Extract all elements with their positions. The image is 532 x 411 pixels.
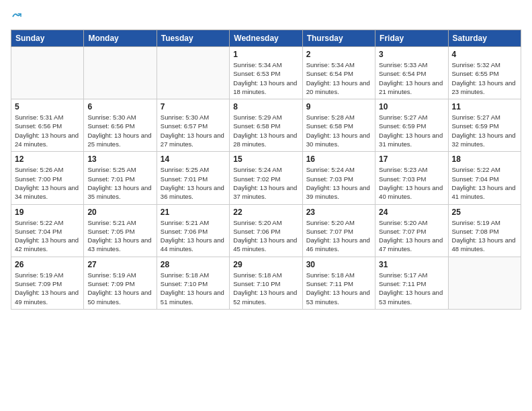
day-info: Sunrise: 5:24 AM Sunset: 7:03 PM Dayligh… — [306, 165, 371, 201]
day-info: Sunrise: 5:29 AM Sunset: 6:58 PM Dayligh… — [233, 113, 298, 148]
day-info: Sunrise: 5:26 AM Sunset: 7:00 PM Dayligh… — [15, 165, 80, 201]
day-number: 27 — [87, 260, 152, 269]
calendar-cell: 6Sunrise: 5:30 AM Sunset: 6:56 PM Daylig… — [84, 99, 157, 152]
day-number: 13 — [87, 154, 152, 164]
day-number: 29 — [233, 260, 298, 269]
calendar-cell: 31Sunrise: 5:17 AM Sunset: 7:11 PM Dayli… — [375, 257, 448, 309]
day-info: Sunrise: 5:18 AM Sunset: 7:11 PM Dayligh… — [306, 271, 371, 306]
calendar-cell: 30Sunrise: 5:18 AM Sunset: 7:11 PM Dayli… — [302, 257, 375, 309]
calendar-cell: 4Sunrise: 5:32 AM Sunset: 6:55 PM Daylig… — [448, 47, 521, 99]
calendar-cell — [11, 47, 84, 99]
day-info: Sunrise: 5:25 AM Sunset: 7:01 PM Dayligh… — [161, 165, 226, 201]
day-number: 28 — [161, 260, 226, 269]
day-info: Sunrise: 5:31 AM Sunset: 6:56 PM Dayligh… — [15, 113, 80, 148]
day-header-tuesday: Tuesday — [157, 30, 229, 47]
calendar-header-row: SundayMondayTuesdayWednesdayThursdayFrid… — [11, 30, 521, 47]
day-number: 24 — [379, 208, 444, 217]
day-info: Sunrise: 5:20 AM Sunset: 7:07 PM Dayligh… — [306, 218, 371, 254]
calendar-cell: 26Sunrise: 5:19 AM Sunset: 7:09 PM Dayli… — [11, 257, 84, 309]
day-number: 17 — [379, 154, 444, 164]
day-number: 5 — [15, 102, 80, 111]
day-number: 19 — [15, 208, 80, 217]
day-info: Sunrise: 5:21 AM Sunset: 7:05 PM Dayligh… — [87, 218, 152, 254]
day-header-monday: Monday — [84, 30, 157, 47]
day-number: 15 — [233, 154, 298, 164]
day-info: Sunrise: 5:19 AM Sunset: 7:08 PM Dayligh… — [452, 218, 517, 254]
day-info: Sunrise: 5:34 AM Sunset: 6:53 PM Dayligh… — [233, 60, 298, 96]
calendar-cell: 2Sunrise: 5:34 AM Sunset: 6:54 PM Daylig… — [302, 47, 375, 99]
calendar-week-row: 5Sunrise: 5:31 AM Sunset: 6:56 PM Daylig… — [11, 99, 521, 152]
day-number: 16 — [306, 154, 371, 164]
calendar-week-row: 12Sunrise: 5:26 AM Sunset: 7:00 PM Dayli… — [11, 152, 521, 204]
day-header-sunday: Sunday — [11, 30, 84, 47]
calendar-cell: 22Sunrise: 5:20 AM Sunset: 7:06 PM Dayli… — [230, 204, 302, 257]
day-info: Sunrise: 5:25 AM Sunset: 7:01 PM Dayligh… — [87, 165, 152, 201]
day-info: Sunrise: 5:20 AM Sunset: 7:06 PM Dayligh… — [233, 218, 298, 254]
calendar-cell: 29Sunrise: 5:18 AM Sunset: 7:10 PM Dayli… — [230, 257, 302, 309]
logo-icon — [11, 11, 23, 23]
day-info: Sunrise: 5:30 AM Sunset: 6:56 PM Dayligh… — [87, 113, 152, 148]
day-info: Sunrise: 5:32 AM Sunset: 6:55 PM Dayligh… — [452, 60, 517, 96]
day-number: 11 — [452, 102, 517, 111]
calendar-week-row: 1Sunrise: 5:34 AM Sunset: 6:53 PM Daylig… — [11, 47, 521, 99]
calendar-cell: 17Sunrise: 5:23 AM Sunset: 7:03 PM Dayli… — [375, 152, 448, 204]
calendar-cell: 12Sunrise: 5:26 AM Sunset: 7:00 PM Dayli… — [11, 152, 84, 204]
day-number: 18 — [452, 154, 517, 164]
day-number: 10 — [379, 102, 444, 111]
calendar-cell: 5Sunrise: 5:31 AM Sunset: 6:56 PM Daylig… — [11, 99, 84, 152]
day-number: 12 — [15, 154, 80, 164]
day-header-saturday: Saturday — [448, 30, 521, 47]
day-number: 9 — [306, 102, 371, 111]
day-info: Sunrise: 5:19 AM Sunset: 7:09 PM Dayligh… — [15, 271, 80, 306]
day-info: Sunrise: 5:18 AM Sunset: 7:10 PM Dayligh… — [233, 271, 298, 306]
calendar-cell — [84, 47, 157, 99]
day-info: Sunrise: 5:24 AM Sunset: 7:02 PM Dayligh… — [233, 165, 298, 201]
day-number: 14 — [161, 154, 226, 164]
day-info: Sunrise: 5:28 AM Sunset: 6:58 PM Dayligh… — [306, 113, 371, 148]
logo — [11, 11, 24, 23]
day-number: 2 — [306, 50, 371, 59]
day-info: Sunrise: 5:22 AM Sunset: 7:04 PM Dayligh… — [452, 165, 517, 201]
day-info: Sunrise: 5:22 AM Sunset: 7:04 PM Dayligh… — [15, 218, 80, 254]
day-number: 7 — [161, 102, 226, 111]
day-number: 26 — [15, 260, 80, 269]
calendar-table: SundayMondayTuesdayWednesdayThursdayFrid… — [11, 30, 521, 310]
day-header-thursday: Thursday — [302, 30, 375, 47]
calendar-cell: 20Sunrise: 5:21 AM Sunset: 7:05 PM Dayli… — [84, 204, 157, 257]
day-info: Sunrise: 5:23 AM Sunset: 7:03 PM Dayligh… — [379, 165, 444, 201]
day-number: 6 — [87, 102, 152, 111]
calendar-cell: 23Sunrise: 5:20 AM Sunset: 7:07 PM Dayli… — [302, 204, 375, 257]
calendar-cell: 10Sunrise: 5:27 AM Sunset: 6:59 PM Dayli… — [375, 99, 448, 152]
day-number: 30 — [306, 260, 371, 269]
calendar-cell: 14Sunrise: 5:25 AM Sunset: 7:01 PM Dayli… — [157, 152, 229, 204]
day-info: Sunrise: 5:27 AM Sunset: 6:59 PM Dayligh… — [379, 113, 444, 148]
day-info: Sunrise: 5:21 AM Sunset: 7:06 PM Dayligh… — [161, 218, 226, 254]
calendar-week-row: 26Sunrise: 5:19 AM Sunset: 7:09 PM Dayli… — [11, 257, 521, 309]
day-info: Sunrise: 5:18 AM Sunset: 7:10 PM Dayligh… — [161, 271, 226, 306]
calendar-cell: 25Sunrise: 5:19 AM Sunset: 7:08 PM Dayli… — [448, 204, 521, 257]
day-number: 31 — [379, 260, 444, 269]
day-number: 4 — [452, 50, 517, 59]
day-info: Sunrise: 5:19 AM Sunset: 7:09 PM Dayligh… — [87, 271, 152, 306]
calendar-cell: 27Sunrise: 5:19 AM Sunset: 7:09 PM Dayli… — [84, 257, 157, 309]
calendar-cell: 24Sunrise: 5:20 AM Sunset: 7:07 PM Dayli… — [375, 204, 448, 257]
day-info: Sunrise: 5:27 AM Sunset: 6:59 PM Dayligh… — [452, 113, 517, 148]
calendar-week-row: 19Sunrise: 5:22 AM Sunset: 7:04 PM Dayli… — [11, 204, 521, 257]
calendar-cell: 7Sunrise: 5:30 AM Sunset: 6:57 PM Daylig… — [157, 99, 229, 152]
day-number: 8 — [233, 102, 298, 111]
calendar-cell: 1Sunrise: 5:34 AM Sunset: 6:53 PM Daylig… — [230, 47, 302, 99]
day-info: Sunrise: 5:34 AM Sunset: 6:54 PM Dayligh… — [306, 60, 371, 96]
calendar-cell — [448, 257, 521, 309]
calendar-cell: 9Sunrise: 5:28 AM Sunset: 6:58 PM Daylig… — [302, 99, 375, 152]
calendar-cell: 13Sunrise: 5:25 AM Sunset: 7:01 PM Dayli… — [84, 152, 157, 204]
calendar-cell: 3Sunrise: 5:33 AM Sunset: 6:54 PM Daylig… — [375, 47, 448, 99]
day-number: 23 — [306, 208, 371, 217]
day-number: 22 — [233, 208, 298, 217]
day-info: Sunrise: 5:30 AM Sunset: 6:57 PM Dayligh… — [161, 113, 226, 148]
day-info: Sunrise: 5:20 AM Sunset: 7:07 PM Dayligh… — [379, 218, 444, 254]
day-number: 25 — [452, 208, 517, 217]
calendar-cell: 21Sunrise: 5:21 AM Sunset: 7:06 PM Dayli… — [157, 204, 229, 257]
calendar-cell: 18Sunrise: 5:22 AM Sunset: 7:04 PM Dayli… — [448, 152, 521, 204]
calendar-cell: 28Sunrise: 5:18 AM Sunset: 7:10 PM Dayli… — [157, 257, 229, 309]
calendar-cell — [157, 47, 229, 99]
